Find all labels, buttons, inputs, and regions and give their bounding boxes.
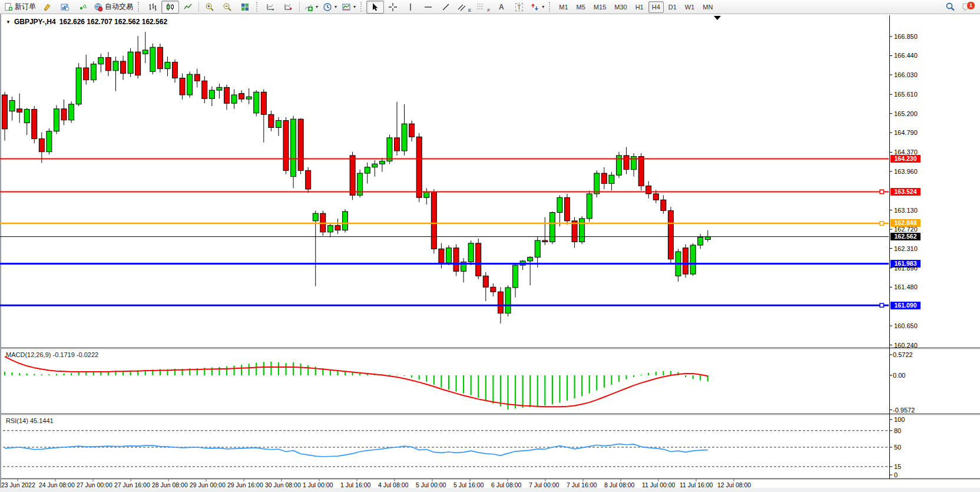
candle-bearish	[121, 61, 126, 74]
candle-bullish	[705, 237, 710, 240]
periods-button[interactable]: ▾	[320, 1, 339, 14]
horizontal-line-button[interactable]	[419, 1, 437, 14]
candle-bullish	[313, 213, 318, 221]
globe-icon	[94, 2, 103, 12]
candle-bearish	[105, 58, 111, 71]
crosshair-button[interactable]	[384, 1, 402, 14]
add-indicator-icon	[304, 2, 313, 12]
line-handle	[880, 222, 883, 225]
candle-bearish	[202, 81, 207, 98]
clock-icon	[323, 2, 332, 12]
chart-line-button[interactable]	[179, 1, 197, 14]
chart-canvas[interactable]	[0, 0, 980, 492]
chat-button[interactable]: 1	[959, 1, 976, 14]
candle-bullish	[535, 240, 540, 257]
templates-button[interactable]: ▾	[339, 1, 358, 14]
candle-bullish	[98, 58, 104, 64]
candle-bullish	[365, 167, 370, 173]
candle-bullish	[69, 104, 74, 120]
timeframe-button-w1[interactable]: W1	[681, 1, 698, 13]
crosshair-icon	[388, 2, 398, 12]
timeframe-button-h4[interactable]: H4	[648, 1, 664, 13]
search-icon	[945, 2, 955, 12]
rsi-layer	[3, 431, 889, 467]
auto-trading-label: 自动交易	[105, 2, 133, 12]
candle-bearish	[32, 110, 37, 139]
candle-bearish	[84, 68, 89, 80]
candle-bearish	[476, 243, 481, 276]
candle-bullish	[580, 219, 585, 242]
tile-windows-button[interactable]	[236, 1, 254, 14]
timeframe-button-m15[interactable]: M15	[590, 1, 610, 13]
candle-bearish	[565, 197, 570, 221]
candle-bearish	[498, 292, 503, 313]
zoom-out-icon	[223, 2, 232, 12]
candle-bullish	[187, 74, 193, 95]
toolbar-separator	[299, 2, 300, 12]
fibonacci-glyph: F	[487, 8, 490, 13]
candle-bearish	[224, 87, 229, 103]
candle-bullish	[113, 61, 118, 71]
profiles-button[interactable]	[56, 1, 74, 14]
new-order-button[interactable]: 新订单	[2, 1, 38, 14]
candle-bullish	[698, 237, 703, 245]
candle-bearish	[638, 157, 644, 186]
signals-button[interactable]	[74, 1, 91, 14]
timeframe-button-d1[interactable]: D1	[665, 1, 680, 13]
candle-bullish	[24, 110, 29, 123]
candle-bearish	[661, 200, 666, 210]
candle-bearish	[306, 170, 311, 189]
toolbar-grip	[360, 2, 364, 12]
rsi-line	[5, 444, 708, 457]
candle-bearish	[335, 226, 340, 230]
candles-layer	[2, 32, 711, 323]
auto-trading-button[interactable]: 自动交易	[91, 1, 135, 14]
candle-bullish	[47, 131, 52, 152]
candle-bearish	[394, 138, 399, 151]
styles-button[interactable]	[38, 1, 56, 14]
candle-bullish	[76, 68, 81, 104]
chart-shift-icon	[284, 2, 293, 12]
candle-bearish	[601, 173, 607, 183]
text-button[interactable]: A	[492, 1, 510, 14]
chart-candles-button[interactable]	[161, 1, 179, 14]
candle-bearish	[416, 137, 422, 197]
timeframe-button-m5[interactable]: M5	[573, 1, 589, 13]
trendline-button[interactable]	[437, 1, 455, 14]
text-label-button[interactable]: T	[510, 1, 528, 14]
vertical-line-button[interactable]	[402, 1, 419, 14]
equidistant-channel-button[interactable]: E	[455, 1, 474, 14]
auto-scroll-button[interactable]	[262, 1, 280, 14]
candle-bullish	[690, 245, 696, 274]
candle-bullish	[291, 119, 296, 176]
timeframe-button-mn[interactable]: MN	[699, 1, 716, 13]
chart-menu-triangle-icon[interactable]: ▼	[6, 19, 11, 25]
zoom-in-icon	[205, 2, 214, 12]
zoom-out-button[interactable]	[218, 1, 236, 14]
search-button[interactable]	[941, 1, 959, 14]
cursor-button[interactable]	[366, 1, 384, 14]
chart-shift-button[interactable]	[280, 1, 297, 14]
candle-bullish	[528, 257, 533, 261]
timeframe-button-h1[interactable]: H1	[632, 1, 647, 13]
candle-bullish	[128, 52, 133, 73]
timeframe-button-m1[interactable]: M1	[555, 1, 571, 13]
arrows-button[interactable]: ▾	[528, 1, 547, 14]
candle-bullish	[372, 164, 378, 167]
candle-bearish	[624, 156, 629, 170]
candlestick-chart-icon	[165, 2, 175, 12]
text-tool-icon: A	[499, 3, 504, 11]
zoom-in-button[interactable]	[201, 1, 218, 14]
candle-bearish	[431, 192, 436, 249]
candle-bullish	[209, 90, 214, 98]
candle-bullish	[165, 62, 170, 69]
timeframe-button-m30[interactable]: M30	[611, 1, 630, 13]
chart-ohlc-label: 162.626 162.707 162.562 162.562	[59, 18, 168, 26]
fibonacci-button[interactable]: F	[474, 1, 492, 14]
chart-shift-marker	[714, 16, 721, 20]
chart-bars-button[interactable]	[144, 1, 161, 14]
hlines-layer	[0, 159, 889, 308]
vertical-line-icon	[406, 2, 415, 12]
candle-bullish	[446, 248, 451, 263]
indicators-button[interactable]: ▾	[302, 1, 320, 14]
